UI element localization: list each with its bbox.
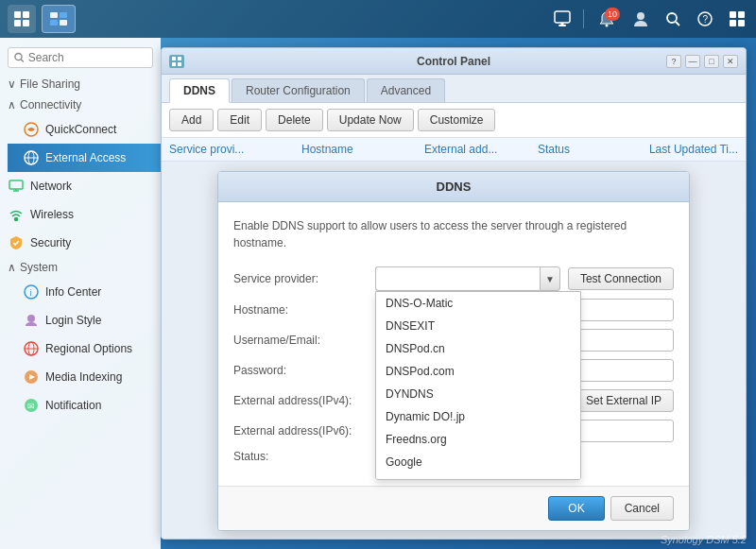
dropdown-item[interactable]: DYNDNS [376,383,580,405]
app-grid-icon[interactable] [8,5,36,33]
username-label: Username/Email: [233,334,375,347]
svg-rect-10 [561,23,564,25]
watermark: Synology DSM 5.2 [661,534,747,545]
sidebar-group-file-sharing[interactable]: ∨ File Sharing [0,74,161,94]
sidebar-group-connectivity[interactable]: ∧ Connectivity [0,94,161,115]
add-button[interactable]: Add [169,109,214,131]
dialog-overlay: DDNS Enable DDNS support to allow users … [162,162,746,539]
th-last-updated: Last Updated Ti... [604,143,738,156]
media-indexing-icon [23,369,40,386]
svg-point-11 [606,25,609,27]
dropdown-item[interactable]: Google [376,451,580,473]
service-provider-dropdown[interactable]: DNS-O-MaticDNSEXITDNSPod.cnDNSPod.comDYN… [375,291,581,480]
th-service-provider: Service provi... [169,143,301,156]
select-arrow-button[interactable]: ▼ [540,266,560,291]
search-taskbar-icon[interactable] [662,8,684,30]
tab-ddns[interactable]: DDNS [169,78,230,103]
update-now-button[interactable]: Update Now [327,109,414,131]
main-area: ∨ File Sharing ∧ Connectivity QuickConne… [0,38,756,549]
login-style-icon [23,312,40,329]
security-label: Security [30,236,71,249]
svg-rect-4 [50,12,58,18]
set-external-ip-button[interactable]: Set External IP [574,389,674,412]
notification-badge: 10 [605,8,620,21]
dropdown-item[interactable]: Dynamic DO!.jp [376,405,580,428]
search-box[interactable] [8,47,153,68]
sidebar-item-external-access[interactable]: External Access [8,144,161,172]
svg-point-30 [15,218,18,221]
dialog-body: Enable DDNS support to allow users to ac… [218,202,689,486]
cancel-button[interactable]: Cancel [610,496,674,521]
user-taskbar-icon[interactable] [629,8,652,30]
cp-help-button[interactable]: ? [666,55,681,68]
sidebar-group-system[interactable]: ∧ System [0,257,161,278]
th-external-address: External add... [424,143,538,156]
svg-point-13 [667,13,677,23]
control-panel-window: Control Panel ? — □ ✕ DDNS Router Config… [161,47,747,540]
sidebar-item-quickconnect[interactable]: QuickConnect [8,115,161,144]
svg-point-21 [15,54,22,60]
dropdown-item[interactable]: DNSPod.cn [376,337,580,360]
sidebar-item-security[interactable]: Security [0,229,161,257]
sidebar-item-network[interactable]: Network [0,172,161,200]
sidebar-item-wireless[interactable]: Wireless [0,200,161,229]
svg-rect-3 [23,20,29,26]
form-row-service-provider: Service provider: ▼ DNS-O-MaticDNSEXITDN… [233,266,674,291]
control-panel-taskbar-icon[interactable] [42,5,76,33]
dropdown-item[interactable]: DNS-O-Matic [376,292,580,315]
sidebar-item-login-style[interactable]: Login Style [8,306,161,335]
th-hostname: Hostname [301,143,424,156]
svg-rect-43 [172,62,176,66]
svg-rect-42 [178,57,181,60]
regional-options-label: Regional Options [45,342,132,355]
cp-tabs: DDNS Router Configuration Advanced [162,75,746,103]
cp-close-button[interactable]: ✕ [723,55,738,68]
tab-router-config[interactable]: Router Configuration [232,78,365,102]
password-label: Password: [233,364,375,377]
help-taskbar-icon[interactable]: ? [694,8,716,30]
dropdown-item[interactable]: Freedns.org [376,428,580,451]
cp-minimize-button[interactable]: — [685,55,700,68]
cp-maximize-button[interactable]: □ [704,55,719,68]
network-icon [8,178,25,195]
sidebar: ∨ File Sharing ∧ Connectivity QuickConne… [0,38,161,549]
sidebar-item-notification[interactable]: ✉ Notification [8,391,161,420]
sidebar-item-media-indexing[interactable]: Media Indexing [8,363,161,391]
dropdown-item[interactable]: Joker.com [376,473,580,480]
delete-button[interactable]: Delete [266,109,323,131]
svg-line-14 [676,22,679,26]
sidebar-group-label: System [20,261,58,274]
edit-button[interactable]: Edit [217,109,262,131]
regional-options-icon [23,340,40,357]
tab-advanced[interactable]: Advanced [367,78,445,102]
dialog-footer: OK Cancel [218,486,689,530]
taskbar-right: 10 ? [551,8,748,30]
dropdown-item[interactable]: DNSEXIT [376,315,580,337]
sidebar-search-icon [14,52,25,63]
sidebar-item-regional-options[interactable]: Regional Options [8,335,161,363]
customize-button[interactable]: Customize [418,109,496,131]
cp-titlebar-left [169,55,184,68]
info-center-icon: i [23,283,40,300]
sidebar-item-info-center[interactable]: i Info Center [8,278,161,306]
ipv6-label: External address(IPv6): [233,424,375,437]
notification-taskbar-icon[interactable]: 10 [593,8,620,30]
service-provider-display[interactable] [375,266,540,291]
svg-rect-44 [178,62,181,66]
ddns-dialog: DDNS Enable DDNS support to allow users … [217,171,690,531]
svg-rect-0 [14,11,21,18]
dropdown-item[interactable]: DNSPod.com [376,360,580,383]
svg-rect-18 [738,11,745,18]
widgets-taskbar-icon[interactable] [726,8,748,30]
upload-taskbar-icon[interactable] [551,8,574,30]
chevron-icon: ∨ [8,77,16,91]
test-connection-button[interactable]: Test Connection [568,267,674,290]
service-provider-label: Service provider: [233,272,375,285]
th-status: Status [538,143,604,156]
external-access-label: External Access [45,151,126,164]
svg-rect-41 [172,57,176,60]
cp-titlebar: Control Panel ? — □ ✕ [162,48,746,75]
search-input[interactable] [28,51,146,64]
svg-rect-27 [9,180,23,189]
ok-button[interactable]: OK [548,496,604,521]
